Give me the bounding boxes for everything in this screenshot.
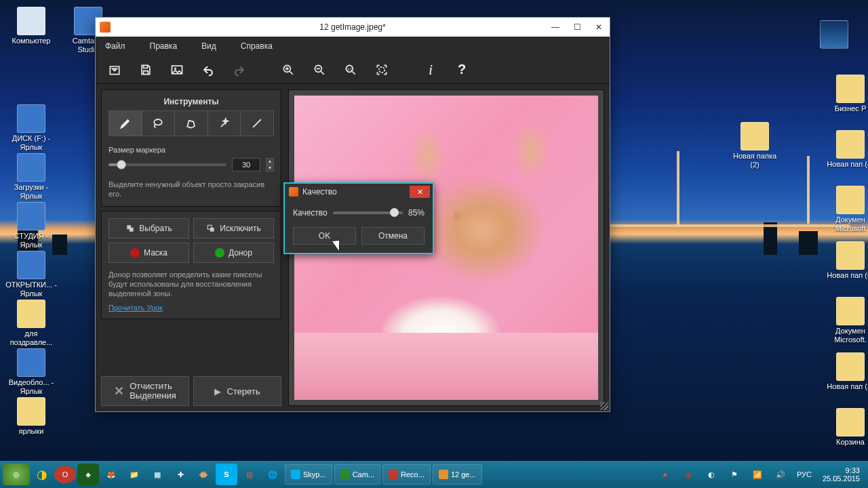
folder-icon bbox=[17, 348, 45, 377]
taskbar-task[interactable]: 12 ge... bbox=[433, 464, 482, 485]
tray-icon-4[interactable]: ⚑ bbox=[724, 464, 745, 485]
taskbar-task[interactable]: Cam... bbox=[334, 464, 380, 485]
tray-volume-icon[interactable]: 🔊 bbox=[770, 464, 791, 485]
taskbar-pin-2[interactable]: O bbox=[54, 466, 76, 483]
desktop-icon[interactable]: Докумен Microsoft bbox=[825, 186, 868, 232]
clear-selection-button[interactable]: ✕ Отчистить Выделения bbox=[101, 376, 189, 406]
polygon-tool-icon[interactable] bbox=[175, 111, 208, 136]
desktop-icon[interactable]: Бизнес Р bbox=[825, 75, 868, 113]
desktop-icon[interactable]: ярлыки bbox=[5, 397, 57, 436]
marker-size-slider[interactable] bbox=[108, 163, 226, 166]
taskbar-pin-3[interactable]: ♣ bbox=[77, 464, 99, 485]
taskbar-pin-9[interactable]: S bbox=[216, 464, 237, 485]
tray-network-icon[interactable]: 📶 bbox=[747, 464, 768, 485]
info-icon[interactable]: i bbox=[421, 60, 440, 79]
tray-icon-3[interactable]: ◐ bbox=[701, 464, 722, 485]
desktop-icon[interactable]: Компьютер bbox=[5, 7, 57, 45]
cancel-button[interactable]: Отмена bbox=[361, 227, 425, 245]
read-lesson-link[interactable]: Прочитать Урок bbox=[108, 304, 163, 312]
desktop-icon[interactable]: ДИСК (F:) - Ярлык bbox=[5, 104, 57, 151]
desktop-icon[interactable]: Корзина bbox=[825, 408, 868, 447]
ok-button[interactable]: OK bbox=[293, 227, 356, 245]
svg-point-1 bbox=[174, 68, 176, 70]
folder-icon bbox=[17, 153, 45, 182]
desktop-icon[interactable]: Видеобло... - Ярлык bbox=[5, 348, 57, 395]
menu-file[interactable]: Файл bbox=[105, 41, 125, 51]
folder-icon bbox=[836, 352, 865, 381]
main-toolbar: 1:1 i ? bbox=[96, 56, 610, 84]
quality-dialog: Качество ✕ Качество 85% OK Отмена bbox=[283, 182, 434, 254]
tools-panel: Инструменты Размер маркера bbox=[101, 89, 281, 207]
desktop-icon[interactable]: Новая пап (4) bbox=[825, 130, 868, 169]
resize-grip-icon[interactable] bbox=[600, 402, 608, 410]
marker-size-label: Размер маркера bbox=[108, 146, 274, 154]
lasso-tool-icon[interactable] bbox=[142, 111, 176, 136]
desktop-icon[interactable]: ОТКРЫТКИ... - Ярлык bbox=[5, 251, 57, 298]
start-button[interactable]: ◎ bbox=[3, 464, 30, 485]
taskbar-pin-4[interactable]: 🦊 bbox=[100, 464, 122, 485]
undo-icon[interactable] bbox=[199, 60, 218, 79]
desktop-icon[interactable]: Новая пап (3) bbox=[825, 352, 868, 391]
taskbar-pin-10[interactable]: ▥ bbox=[239, 464, 260, 485]
desktop-icon[interactable]: Новая пап (6) bbox=[825, 241, 868, 280]
menu-edit[interactable]: Правка bbox=[150, 41, 178, 51]
marker-size-value[interactable]: 30 bbox=[232, 158, 260, 171]
task-icon bbox=[291, 470, 300, 479]
svg-rect-9 bbox=[130, 227, 134, 231]
quality-slider[interactable] bbox=[333, 211, 403, 214]
help-icon[interactable]: ? bbox=[452, 60, 471, 79]
quality-value: 85% bbox=[408, 208, 425, 218]
taskbar-pin-5[interactable]: 📁 bbox=[123, 464, 145, 485]
tool-selector bbox=[108, 110, 274, 136]
tray-icon-2[interactable]: ◉ bbox=[677, 464, 699, 485]
marker-hint: Выделите ненужный объект просто закрасив… bbox=[108, 180, 274, 199]
taskbar-pin-7[interactable]: ✚ bbox=[170, 464, 191, 485]
folder-icon bbox=[17, 104, 45, 133]
desktop-icon[interactable] bbox=[808, 20, 860, 50]
menu-view[interactable]: Вид bbox=[201, 41, 216, 51]
taskbar-task[interactable]: Reco... bbox=[382, 464, 431, 485]
titlebar[interactable]: 12 getImage.jpeg* — ☐ ✕ bbox=[96, 18, 610, 37]
taskbar-pin-8[interactable]: 🐵 bbox=[193, 464, 214, 485]
dialog-titlebar[interactable]: Качество ✕ bbox=[285, 184, 433, 200]
desktop-icon[interactable]: СТУДИЯ - Ярлык bbox=[5, 202, 57, 249]
desktop-icon[interactable]: для поздравле... bbox=[5, 300, 57, 346]
quality-label: Качество bbox=[293, 208, 328, 218]
taskbar-task[interactable]: Skyp... bbox=[285, 464, 332, 485]
zoom-fit-icon[interactable] bbox=[372, 60, 391, 79]
donor-button[interactable]: Донор bbox=[193, 243, 274, 263]
select-button[interactable]: Выбрать bbox=[108, 218, 189, 239]
zoom-actual-icon[interactable]: 1:1 bbox=[341, 60, 360, 79]
menubar: Файл Правка Вид Справка bbox=[96, 37, 610, 56]
zoom-out-icon[interactable] bbox=[310, 60, 329, 79]
folder-icon bbox=[836, 186, 865, 214]
zoom-in-icon[interactable] bbox=[279, 60, 298, 79]
desktop-icon[interactable]: Загрузки - Ярлык bbox=[5, 153, 57, 200]
taskbar-pin-1[interactable]: ◑ bbox=[31, 464, 53, 485]
task-icon bbox=[389, 470, 398, 479]
svg-text:1:1: 1:1 bbox=[347, 66, 352, 70]
taskbar-pin-6[interactable]: ▦ bbox=[146, 464, 168, 485]
marker-size-stepper[interactable]: ▲▼ bbox=[266, 158, 274, 171]
wand-tool-icon[interactable] bbox=[208, 111, 241, 136]
line-tool-icon[interactable] bbox=[241, 111, 273, 136]
marker-tool-icon[interactable] bbox=[109, 111, 142, 136]
desktop-icon[interactable]: Новая папка (2) bbox=[729, 122, 781, 169]
image-icon[interactable] bbox=[167, 60, 186, 79]
svg-point-6 bbox=[379, 66, 384, 72]
folder-icon bbox=[741, 122, 769, 150]
erase-button[interactable]: ▶ Стереть bbox=[193, 376, 281, 406]
dialog-close-button[interactable]: ✕ bbox=[410, 186, 430, 198]
desktop-icon[interactable]: Докумен Microsoft. bbox=[825, 297, 868, 344]
tray-icon-1[interactable]: 🔺 bbox=[654, 464, 676, 485]
taskbar-pin-11[interactable]: 🌐 bbox=[262, 464, 283, 485]
tray-clock[interactable]: 9:33 25.05.2015 bbox=[817, 466, 865, 483]
tray-language[interactable]: РУС bbox=[793, 470, 816, 479]
app-shortcut-icon bbox=[820, 20, 848, 49]
mask-button[interactable]: Маска bbox=[108, 243, 189, 263]
save-icon[interactable] bbox=[136, 60, 155, 79]
open-icon[interactable] bbox=[105, 60, 124, 79]
exclude-button[interactable]: Исключить bbox=[193, 218, 274, 239]
menu-help[interactable]: Справка bbox=[241, 41, 273, 51]
folder-icon bbox=[836, 297, 865, 325]
